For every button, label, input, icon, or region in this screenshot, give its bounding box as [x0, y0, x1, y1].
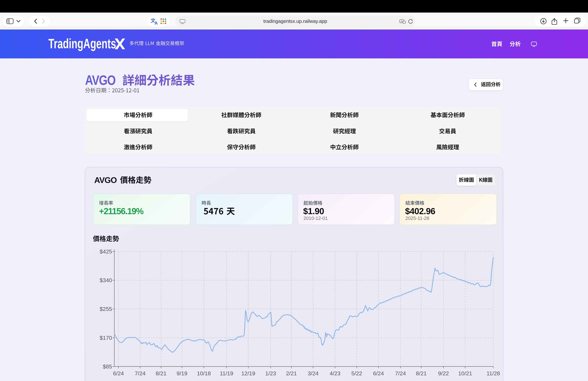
svg-text:7/24: 7/24	[395, 370, 406, 376]
svg-text:10/21: 10/21	[458, 370, 472, 376]
svg-text:10/18: 10/18	[197, 370, 211, 376]
svg-text:9/19: 9/19	[177, 370, 187, 376]
svg-text:8/21: 8/21	[416, 370, 427, 376]
svg-text:6/24: 6/24	[373, 370, 384, 376]
svg-text:9/22: 9/22	[438, 370, 449, 376]
svg-text:11/28: 11/28	[486, 370, 500, 376]
svg-text:$425: $425	[100, 248, 112, 255]
svg-text:4/23: 4/23	[330, 370, 340, 376]
svg-text:$340: $340	[100, 277, 112, 283]
svg-text:1/23: 1/23	[265, 370, 276, 376]
svg-text:12/19: 12/19	[241, 370, 255, 376]
svg-text:$255: $255	[100, 306, 112, 312]
svg-text:A: A	[401, 20, 403, 23]
svg-text:5/22: 5/22	[351, 370, 362, 376]
svg-text:8/21: 8/21	[156, 370, 167, 376]
svg-text:3/24: 3/24	[308, 370, 318, 376]
svg-text:7/24: 7/24	[135, 370, 146, 376]
svg-text:2/21: 2/21	[286, 370, 297, 376]
svg-text:$85: $85	[103, 363, 112, 370]
svg-text:$170: $170	[100, 335, 112, 341]
svg-text:11/19: 11/19	[220, 370, 233, 376]
svg-text:6/24: 6/24	[113, 370, 124, 376]
svg-text:A: A	[154, 21, 158, 25]
